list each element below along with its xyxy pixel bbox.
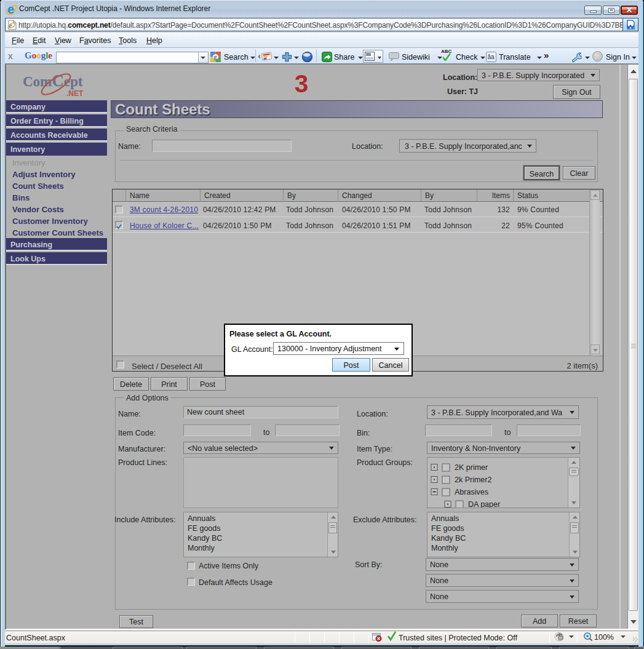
svg-text:2k Primer2: 2k Primer2 (455, 476, 491, 484)
svg-text:Abrasives: Abrasives (455, 488, 488, 496)
svg-text:DA paper: DA paper (468, 500, 500, 508)
svg-text:e: e (7, 2, 14, 15)
svg-text:g: g (214, 54, 217, 60)
svg-text:2K primer: 2K primer (455, 463, 488, 472)
svg-text:âa: âa (488, 54, 495, 60)
